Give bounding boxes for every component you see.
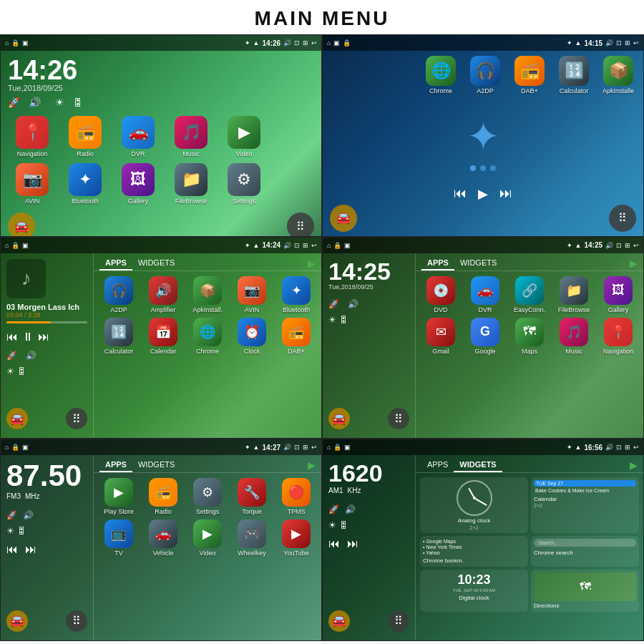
dots-btn-2[interactable]: ⠿ (609, 205, 636, 232)
app-gallery[interactable]: 🖼 Gallery (114, 163, 162, 205)
screen-icon-6[interactable]: ⊡ (616, 444, 622, 451)
app-tv-5[interactable]: 📺 TV (98, 519, 140, 557)
vol-ctrl-6[interactable]: 🔊 (345, 504, 356, 514)
home-icon-6[interactable]: ⌂ (327, 444, 331, 451)
next-music-3[interactable]: ⏭ (38, 331, 49, 343)
eq-icon-1[interactable]: 🎛 (73, 97, 83, 108)
car-btn-6[interactable]: 🚘 (328, 610, 350, 632)
tab-apps-6[interactable]: APPS (421, 458, 454, 472)
app-maps-4[interactable]: 🗺 Maps (509, 318, 550, 355)
brightness-5[interactable]: ☀ (6, 526, 14, 536)
play-btn-2[interactable]: ▶ (478, 186, 488, 202)
app-tpms-5[interactable]: 🔴 TPMS (275, 478, 317, 515)
tab-arrow-3[interactable]: ▶ (308, 258, 316, 269)
app-dab-2[interactable]: 📻 DAB+ (509, 56, 550, 94)
car-btn-3[interactable]: 🚘 (6, 408, 28, 429)
screen-icon-4[interactable]: ⊡ (616, 242, 622, 249)
widget-directions[interactable]: 🗺 Directions (531, 570, 639, 612)
back-icon-2[interactable]: ↩ (633, 39, 639, 47)
tab-arrow-5[interactable]: ▶ (308, 459, 316, 471)
widget-analog-clock[interactable]: Analog clock 2×2 (420, 477, 528, 533)
vol-icon-6[interactable]: 🔊 (605, 444, 613, 451)
vol-ctrl-4[interactable]: 🔊 (348, 299, 358, 309)
app-google-4[interactable]: G Google (464, 318, 506, 355)
vol-icon-2[interactable]: 🔊 (605, 39, 613, 47)
app-radio[interactable]: 📻 Radio (61, 116, 109, 157)
prev-music-3[interactable]: ⏮ (6, 331, 18, 343)
back-icon-5[interactable]: ↩ (311, 444, 317, 451)
chrome-search-bar[interactable]: Search... (534, 539, 636, 547)
brightness-3[interactable]: ☀ (6, 366, 14, 376)
app-chrome-2[interactable]: 🌐 Chrome (420, 56, 462, 94)
rect-icon-3[interactable]: ⊞ (303, 242, 308, 249)
vol-ctrl-3[interactable]: 🔊 (26, 351, 36, 361)
home-icon-5[interactable]: ⌂ (5, 444, 9, 451)
dots-btn-1[interactable]: ⠿ (287, 213, 314, 237)
dots-btn-6[interactable]: ⠿ (388, 610, 409, 632)
rocket-icon-6[interactable]: 🚀 (328, 504, 339, 514)
app-gallery-4[interactable]: 🖼 Gallery (597, 276, 639, 313)
app-wheelkey-5[interactable]: 🎮 Wheelkey (231, 519, 273, 557)
app-dab-3[interactable]: 📻 DAB+ (275, 318, 317, 355)
app-filebrowse[interactable]: 📁 FileBrowse (167, 163, 215, 205)
app-avin[interactable]: 📷 AVIN (8, 163, 57, 205)
car-btn-5[interactable]: 🚘 (6, 610, 28, 632)
vol-icon-3[interactable]: 🔊 (283, 242, 291, 249)
tab-arrow-6[interactable]: ▶ (630, 459, 638, 471)
dots-btn-5[interactable]: ⠿ (66, 610, 87, 632)
app-clock-3[interactable]: ⏰ Clock (231, 318, 273, 355)
vol-ctrl-1[interactable]: 🔊 (29, 97, 41, 108)
app-easy-4[interactable]: 🔗 EasyConn. (509, 276, 550, 313)
app-apk-2[interactable]: 📦 ApkInstalle (597, 56, 639, 94)
tab-arrow-4[interactable]: ▶ (630, 258, 638, 269)
app-video[interactable]: ▶ Video (220, 116, 268, 157)
app-dvr[interactable]: 🚗 DVR (114, 116, 162, 157)
rect-icon-4[interactable]: ⊞ (625, 242, 630, 249)
next-am-6[interactable]: ⏭ (347, 537, 358, 550)
tab-widgets-6[interactable]: WIDGETS (454, 458, 502, 472)
tab-widgets-5[interactable]: WIDGETS (132, 458, 180, 472)
brightness-1[interactable]: ☀ (55, 97, 64, 108)
app-radio-5[interactable]: 📻 Radio (142, 478, 184, 515)
prev-btn-2[interactable]: ⏮ (454, 186, 467, 201)
rect-icon-5[interactable]: ⊞ (303, 444, 308, 451)
next-btn-2[interactable]: ⏭ (499, 186, 512, 201)
rocket-icon-3[interactable]: 🚀 (6, 351, 17, 361)
rect-icon-6[interactable]: ⊞ (625, 444, 630, 451)
screen-icon-3[interactable]: ⊡ (294, 242, 300, 249)
app-torque-5[interactable]: 🔧 Torque (231, 478, 273, 515)
app-settings[interactable]: ⚙ Settings (220, 163, 268, 205)
app-youtube-5[interactable]: ▶ YouTube (275, 519, 317, 557)
app-calc-3[interactable]: 🔢 Calculator (98, 318, 140, 355)
app-bt-3[interactable]: ✦ Bluetooth (275, 276, 317, 313)
tab-widgets-3[interactable]: WIDGETS (132, 256, 180, 270)
brightness-4[interactable]: ☀ (328, 315, 336, 325)
app-dvd-4[interactable]: 💿 DVD (420, 276, 462, 313)
vol-ctrl-5[interactable]: 🔊 (23, 510, 34, 520)
car-btn-4[interactable]: 🚘 (328, 408, 350, 429)
home-icon-3[interactable]: ⌂ (5, 242, 9, 249)
app-a2dp-2[interactable]: 🎧 A2DP (464, 56, 506, 94)
app-dvr-4[interactable]: 🚗 DVR (464, 276, 506, 313)
back-icon-6[interactable]: ↩ (633, 444, 639, 451)
widget-calendar[interactable]: TUE Sep 27 Bake Cookies & Make Ice Cream… (531, 477, 639, 533)
app-amplifier-3[interactable]: 🔊 Amplifier (142, 276, 184, 313)
widget-chrome-search[interactable]: Search... Chrome search (531, 536, 639, 567)
app-file-4[interactable]: 📁 FileBrowse (553, 276, 595, 313)
dots-btn-3[interactable]: ⠿ (66, 408, 87, 429)
vol-icon-4[interactable]: 🔊 (605, 242, 613, 249)
app-chrome-3[interactable]: 🌐 Chrome (187, 318, 228, 355)
tab-apps-4[interactable]: APPS (421, 256, 454, 270)
app-vehicle-5[interactable]: 🚗 Vehicle (142, 519, 184, 557)
car-btn-2[interactable]: 🚘 (330, 205, 357, 232)
back-icon-4[interactable]: ↩ (633, 242, 639, 249)
tab-widgets-4[interactable]: WIDGETS (454, 256, 502, 270)
app-music-4[interactable]: 🎵 Music (553, 318, 595, 355)
app-playstore-5[interactable]: ▶ Play Store (98, 478, 140, 515)
app-avin-3[interactable]: 📷 AVIN (231, 276, 273, 313)
app-gmail-4[interactable]: ✉ Gmail (420, 318, 462, 355)
widget-digital-clock[interactable]: 10:23 TUE, SEP 30 9:39 AM Digital clock (420, 570, 528, 612)
screen-icon-1[interactable]: ⊡ (294, 39, 300, 47)
home-icon-1[interactable]: ⌂ (5, 39, 9, 47)
back-icon-1[interactable]: ↩ (311, 39, 317, 47)
